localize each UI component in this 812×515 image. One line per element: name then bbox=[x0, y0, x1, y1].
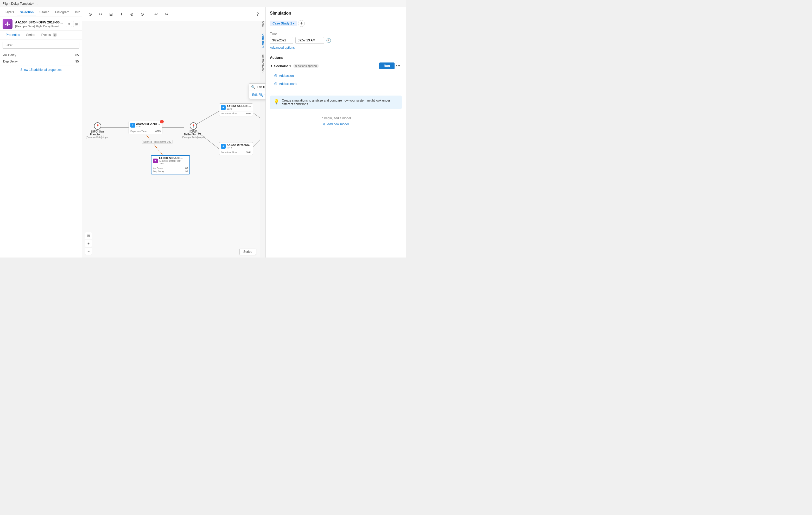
sub-tabs-row: Properties Series Events 0 bbox=[0, 31, 82, 40]
show-more-properties[interactable]: Show 15 additional properties bbox=[0, 66, 82, 74]
sfo-pin-icon: 📍 bbox=[94, 122, 101, 130]
flight-dfw-san-prop1: Departure Time 0844 bbox=[221, 151, 251, 154]
sub-tab-events[interactable]: Events 0 bbox=[38, 31, 60, 39]
entity-subtitle: [Example Data] Flight Delay Event bbox=[15, 25, 63, 28]
flight-san-dfw-title: AA1064 SAN->DFW 2018... bbox=[227, 105, 253, 108]
redo-toolbar-button[interactable]: ↪ bbox=[162, 10, 171, 19]
tip-box: 💡 Create simulations to analyze and comp… bbox=[270, 95, 402, 109]
graph-canvas[interactable]: 📍 [SFO] San Francisco ... [Example Data]… bbox=[82, 21, 265, 258]
advanced-options-link[interactable]: Advanced options bbox=[266, 45, 406, 52]
event-prop-arr: Arr Delay 85 bbox=[153, 167, 188, 170]
prop-key-dep-delay: Dep Delay bbox=[3, 60, 76, 63]
case-study-label: Case Study 1 bbox=[272, 22, 292, 25]
flight-delay-event-title: AA1004 SFO->DFW 2018... bbox=[159, 157, 185, 160]
toolbar: ⊙ ✂ ⊞ ✦ ⊗ ⊘ ↩ ↪ ? bbox=[82, 7, 265, 21]
entity-actions: ⚙ ⊞ bbox=[66, 21, 79, 27]
tab-info[interactable]: Info bbox=[72, 9, 83, 16]
left-panel: Layers Selection Search Histogram Info «… bbox=[0, 7, 82, 258]
add-scenario-button[interactable]: ⊕ Add scenario bbox=[274, 81, 297, 86]
filter-input[interactable] bbox=[3, 42, 79, 49]
clear-toolbar-button[interactable]: ⊘ bbox=[138, 10, 147, 19]
side-tab-search-around[interactable]: Search Around bbox=[261, 51, 265, 77]
link-toolbar-button[interactable]: ⊞ bbox=[106, 10, 116, 19]
flight-delay-event-sublabel: [Example Data] Flight Dela... bbox=[159, 160, 188, 165]
title-bar: Flight Delay Template* ... bbox=[0, 0, 406, 7]
zoom-out-button[interactable]: − bbox=[85, 248, 92, 255]
help-toolbar-button[interactable]: ? bbox=[253, 10, 262, 19]
time-row: 🕐 bbox=[270, 37, 402, 44]
entity-info: AA1004 SFO->DFW 2018-06-09... [Example D… bbox=[15, 20, 63, 28]
flight-sfo-dfw-header: ✈ AA1004 SFO->DFW 2018... 0732 bbox=[129, 121, 162, 129]
add-action-button[interactable]: ⊕ Add action bbox=[274, 73, 294, 78]
events-count-badge: 0 bbox=[53, 33, 57, 37]
entity-bookmark-button[interactable]: ⊞ bbox=[73, 21, 79, 27]
entity-header: AA1004 SFO->DFW 2018-06-09... [Example D… bbox=[0, 17, 82, 31]
right-panel: Simulation Case Study 1 ▾ + Time 🕐 Advan… bbox=[265, 7, 406, 258]
sub-tab-series[interactable]: Series bbox=[23, 31, 38, 39]
prop-row-arr-delay: Arr Delay 85 bbox=[0, 52, 82, 58]
flight-dfw-san-header: ✈ AA1064 DFW->SAN 2018... 0944 bbox=[220, 142, 253, 150]
run-button[interactable]: Run bbox=[379, 62, 395, 69]
tab-selection[interactable]: Selection bbox=[17, 9, 36, 16]
delayed-flights-label: Delayed Flights Same Day bbox=[142, 140, 173, 144]
actions-title: Actions bbox=[270, 55, 402, 60]
actions-section: Actions ▼ Scenario 1 0 actions applied R… bbox=[266, 52, 406, 93]
flight-dfw-san-node[interactable]: ✈ AA1064 DFW->SAN 2018... 0944 Departure… bbox=[219, 142, 253, 155]
tab-search[interactable]: Search bbox=[37, 9, 52, 16]
flight-san-dfw-header: ✈ AA1064 SAN->DFW 2018... 1538 bbox=[220, 104, 253, 111]
dfw-airport-node[interactable]: 📍 [DFW] Dallas/Fort W... [Example Data] … bbox=[182, 122, 205, 139]
dropdown-item-edit-departure[interactable]: Edit Flight Departure Delay bbox=[249, 91, 265, 99]
side-tab-simulation[interactable]: Simulation bbox=[261, 30, 265, 51]
entity-icon bbox=[3, 19, 12, 29]
scenario-more-button[interactable]: ••• bbox=[395, 62, 402, 69]
bottom-bar: Series bbox=[239, 249, 256, 255]
flight-delay-event-node[interactable]: ✈ AA1004 SFO->DFW 2018... [Example Data]… bbox=[151, 155, 190, 174]
scenario-toggle-icon[interactable]: ▼ bbox=[270, 64, 273, 68]
flight-event-icon: ✈ bbox=[153, 159, 158, 163]
case-study-chevron-icon: ▾ bbox=[293, 22, 294, 25]
flight-sfo-dfw-node[interactable]: 1 ✈ AA1004 SFO->DFW 2018... 0732 Departu… bbox=[128, 121, 163, 134]
entity-settings-button[interactable]: ⚙ bbox=[66, 21, 72, 27]
connections-svg bbox=[82, 21, 265, 258]
event-prop-dep: Dep Delay 95 bbox=[153, 170, 188, 173]
sfo-airport-node[interactable]: 📍 [SFO] San Francisco ... [Example Data]… bbox=[86, 122, 109, 139]
sfo-airport-sublabel: [Example Data] Airport bbox=[86, 136, 109, 139]
search-dropdown-input[interactable] bbox=[257, 85, 265, 89]
scissors-toolbar-button[interactable]: ✂ bbox=[96, 10, 105, 19]
series-button[interactable]: Series bbox=[239, 249, 256, 255]
scenario-row: ▼ Scenario 1 0 actions applied Run ••• bbox=[270, 62, 402, 69]
tip-text: Create simulations to analyze and compar… bbox=[282, 99, 398, 106]
target-toolbar-button[interactable]: ⊙ bbox=[85, 10, 95, 19]
time-input[interactable] bbox=[295, 37, 324, 44]
canvas-area: ⊙ ✂ ⊞ ✦ ⊗ ⊘ ↩ ↪ ? bbox=[82, 7, 265, 258]
add-scenario-label: Add scenario bbox=[279, 82, 297, 86]
zoom-in-button[interactable]: + bbox=[85, 240, 92, 247]
flight-sfo-dfw-props: Departure Time 0215 bbox=[129, 129, 162, 134]
tab-histogram[interactable]: Histogram bbox=[52, 9, 72, 16]
flight-sfo-dfw-title: AA1004 SFO->DFW 2018... bbox=[136, 122, 162, 125]
prop-row-dep-delay: Dep Delay 95 bbox=[0, 58, 82, 64]
flight-icon bbox=[5, 21, 10, 27]
tab-layers[interactable]: Layers bbox=[2, 9, 17, 16]
flight-san-dfw-node[interactable]: ✈ AA1064 SAN->DFW 2018... 1538 Departure… bbox=[219, 103, 253, 116]
add-new-model-button[interactable]: ⊕ Add new model bbox=[323, 122, 349, 126]
flight-san-dfw-props: Departure Time 1036 bbox=[220, 111, 253, 116]
zoom-controls: ⊞ + − bbox=[85, 232, 92, 255]
svg-line-6 bbox=[146, 135, 163, 155]
sfo-airport-label: [SFO] San Francisco ... bbox=[87, 130, 108, 136]
date-input[interactable] bbox=[270, 37, 293, 44]
case-study-1-tab[interactable]: Case Study 1 ▾ bbox=[270, 21, 297, 26]
search-dropdown: 🔍 × Edit Flight Departure Delay bbox=[249, 83, 265, 99]
fit-zoom-button[interactable]: ⊞ bbox=[85, 232, 92, 239]
add-case-study-button[interactable]: + bbox=[298, 20, 305, 27]
tip-bulb-icon: 💡 bbox=[273, 99, 279, 105]
top-tabs-row: Layers Selection Search Histogram Info « bbox=[0, 7, 82, 17]
clock-icon[interactable]: 🕐 bbox=[326, 38, 331, 43]
flight-sfo-dfw-prop1: Departure Time 0215 bbox=[130, 130, 161, 133]
add-model-label: Add new model bbox=[327, 122, 349, 126]
dfw-pin-icon: 📍 bbox=[190, 122, 197, 130]
expand-toolbar-button[interactable]: ✦ bbox=[117, 10, 126, 19]
sub-tab-properties[interactable]: Properties bbox=[3, 31, 23, 39]
filter-toolbar-button[interactable]: ⊗ bbox=[127, 10, 136, 19]
undo-toolbar-button[interactable]: ↩ bbox=[151, 10, 161, 19]
